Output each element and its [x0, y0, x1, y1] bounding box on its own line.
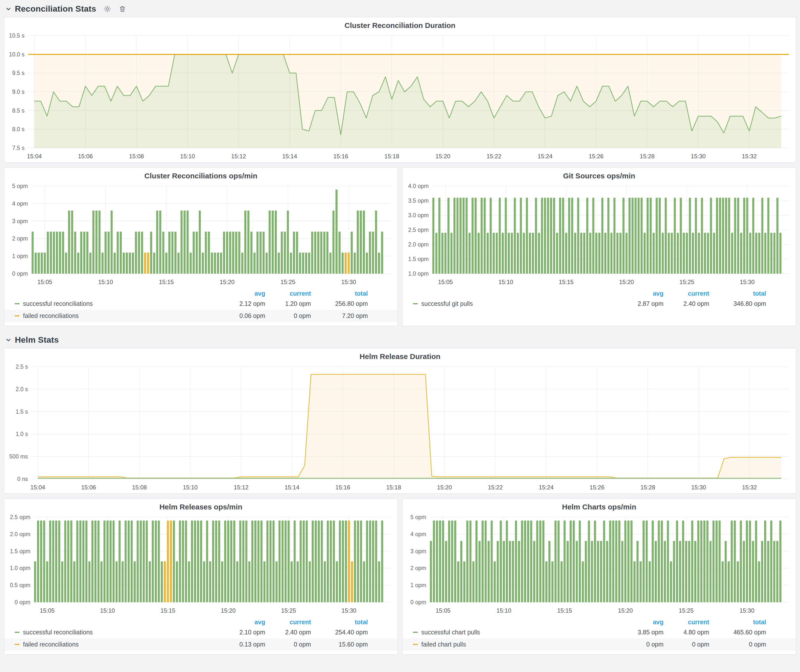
x-axis-label: 15:16	[333, 153, 348, 160]
legend-value-total: 346.80 opm	[709, 300, 766, 307]
trash-icon[interactable]	[118, 5, 126, 13]
legend-header-avg[interactable]: avg	[219, 619, 265, 626]
panel-title[interactable]: Helm Release Duration	[4, 348, 796, 362]
legend-series-label[interactable]: successful reconciliations	[14, 629, 219, 636]
legend-value-avg: 3.85 opm	[618, 629, 664, 636]
x-axis-label: 15:30	[341, 278, 356, 285]
x-axis-label: 15:25	[680, 278, 694, 285]
legend-value-avg: 0.06 opm	[219, 312, 265, 319]
legend-header-total[interactable]: total	[709, 290, 766, 297]
chart-canvas[interactable]: 0 opm1 opm2 opm3 opm4 opm5 opm15:0515:10…	[402, 513, 796, 617]
dashboard: Reconciliation Stats Cluster Reconciliat…	[0, 0, 800, 655]
helm-charts-opm-chart[interactable]: 0 opm1 opm2 opm3 opm4 opm5 opm15:0515:10…	[402, 513, 796, 617]
legend-header-row: avgcurrenttotal	[4, 290, 398, 298]
legend-series-label[interactable]: failed reconciliations	[14, 312, 219, 319]
y-axis-label: 2.5 opm	[408, 227, 429, 233]
panel-title[interactable]: Helm Charts ops/min	[402, 499, 796, 513]
x-axis-label: 15:05	[37, 278, 52, 285]
legend-header-avg[interactable]: avg	[618, 290, 664, 297]
chevron-down-icon	[5, 6, 11, 12]
helm-releases-legend: avgcurrenttotalsuccessful reconciliation…	[4, 617, 398, 654]
x-axis-label: 15:30	[691, 153, 706, 160]
legend-value-avg: 2.87 opm	[618, 300, 664, 307]
legend-header-total[interactable]: total	[709, 619, 766, 626]
y-axis-label: 8.5 s	[12, 107, 24, 114]
panel-title[interactable]: Git Sources ops/min	[402, 168, 796, 182]
panel-helm-charts-opm: Helm Charts ops/min 0 opm1 opm2 opm3 opm…	[402, 499, 796, 655]
legend-header-avg[interactable]: avg	[618, 619, 664, 626]
panel-git-sources-opm: Git Sources ops/min 1.0 opm1.5 opm2.0 op…	[402, 168, 796, 326]
legend-row: successful chart pulls3.85 opm4.80 opm46…	[402, 626, 796, 638]
section-header-helm-stats[interactable]: Helm Stats	[0, 331, 800, 348]
helm-release-duration-chart[interactable]: 0 ns500 ms1.0 s1.5 s2.0 s2.5 s15:0415:06…	[4, 362, 796, 493]
x-axis-label: 15:32	[742, 484, 757, 491]
legend-header-current[interactable]: current	[265, 290, 311, 297]
y-axis-label: 0 opm	[410, 599, 426, 605]
legend-value-current: 4.80 opm	[664, 629, 709, 636]
y-axis-label: 2.5 s	[16, 363, 28, 370]
chart-canvas[interactable]: 0 ns500 ms1.0 s1.5 s2.0 s2.5 s15:0415:06…	[4, 362, 796, 493]
legend-header-row: avgcurrenttotal	[402, 618, 796, 626]
x-axis-label: 15:15	[160, 607, 175, 614]
legend-row: successful git pulls2.87 opm2.40 opm346.…	[402, 298, 796, 310]
legend-row: failed reconciliations0.13 opm0 opm15.60…	[4, 638, 398, 650]
legend-row: failed reconciliations0.06 opm0 opm7.20 …	[4, 310, 398, 322]
y-axis-label: 3 opm	[12, 218, 28, 224]
legend-series-label[interactable]: successful chart pulls	[413, 629, 618, 636]
legend-row: failed chart pulls0 opm0 opm0 opm	[402, 638, 796, 650]
section-header-reconciliation-stats[interactable]: Reconciliation Stats	[0, 0, 800, 17]
x-axis-label: 15:14	[282, 153, 297, 160]
y-axis-label: 3.5 opm	[408, 197, 429, 204]
x-axis-label: 15:28	[640, 153, 654, 160]
chart-canvas[interactable]: 0 opm1 opm2 opm3 opm4 opm5 opm15:0515:10…	[4, 182, 398, 288]
panel-cluster-reconciliation-duration: Cluster Reconciliation Duration 7.5 s8.0…	[4, 17, 796, 163]
legend-value-current: 1.20 opm	[265, 300, 311, 307]
y-axis-label: 1.0 s	[16, 431, 28, 437]
legend-series-label[interactable]: successful reconciliations	[14, 300, 219, 307]
reconciliation-panels-row: Cluster Reconciliations ops/min 0 opm1 o…	[4, 168, 796, 326]
y-axis-label: 500 ms	[10, 453, 28, 460]
legend-series-swatch-icon	[413, 644, 418, 645]
helm-releases-opm-chart[interactable]: 0 opm0.5 opm1.0 opm1.5 opm2.0 opm2.5 opm…	[4, 513, 398, 617]
legend-header-total[interactable]: total	[311, 619, 368, 626]
legend-series-name: failed reconciliations	[23, 641, 78, 648]
y-axis-label: 5 opm	[410, 514, 426, 520]
y-axis-label: 2.0 opm	[10, 531, 30, 538]
x-axis-label: 15:12	[234, 484, 249, 491]
legend-header-current[interactable]: current	[664, 290, 709, 297]
y-axis-label: 1.5 opm	[408, 256, 429, 262]
helm-charts-legend: avgcurrenttotalsuccessful chart pulls3.8…	[402, 617, 796, 654]
git-sources-legend: avgcurrenttotalsuccessful git pulls2.87 …	[402, 288, 796, 314]
chart-canvas[interactable]: 7.5 s8.0 s8.5 s9.0 s9.5 s10.0 s10.5 s15:…	[4, 31, 796, 162]
legend-header-current[interactable]: current	[664, 619, 709, 626]
legend-series-swatch-icon	[14, 632, 19, 633]
chart-canvas[interactable]: 1.0 opm1.5 opm2.0 opm2.5 opm3.0 opm3.5 o…	[402, 182, 796, 288]
legend-value-avg: 2.10 opm	[219, 629, 265, 636]
cluster-reconciliations-opm-chart[interactable]: 0 opm1 opm2 opm3 opm4 opm5 opm15:0515:10…	[4, 182, 398, 288]
git-sources-opm-chart[interactable]: 1.0 opm1.5 opm2.0 opm2.5 opm3.0 opm3.5 o…	[402, 182, 796, 288]
legend-header-avg[interactable]: avg	[219, 290, 265, 297]
cluster-reconciliation-duration-chart[interactable]: 7.5 s8.0 s8.5 s9.0 s9.5 s10.0 s10.5 s15:…	[4, 31, 796, 162]
cluster-reconciliations-legend: avgcurrenttotalsuccessful reconciliation…	[4, 288, 398, 326]
legend-series-label[interactable]: successful git pulls	[413, 300, 618, 307]
x-axis-label: 15:22	[488, 484, 502, 491]
panel-title[interactable]: Cluster Reconciliations ops/min	[4, 168, 398, 182]
gear-icon[interactable]	[103, 5, 112, 13]
legend-series-label[interactable]: failed reconciliations	[14, 641, 219, 648]
y-axis-label: 1.0 opm	[408, 270, 429, 277]
chart-canvas[interactable]: 0 opm0.5 opm1.0 opm1.5 opm2.0 opm2.5 opm…	[4, 513, 398, 617]
panel-helm-releases-opm: Helm Releases ops/min 0 opm0.5 opm1.0 op…	[4, 499, 398, 655]
y-axis-label: 2 opm	[410, 565, 426, 571]
x-axis-label: 15:24	[539, 484, 554, 491]
legend-series-label[interactable]: failed chart pulls	[413, 641, 618, 648]
x-axis-label: 15:20	[220, 278, 235, 285]
legend-value-avg: 0.13 opm	[219, 641, 265, 648]
x-axis-label: 15:30	[739, 607, 754, 614]
panel-title[interactable]: Helm Releases ops/min	[4, 499, 398, 513]
x-axis-label: 15:14	[285, 484, 299, 491]
panel-title[interactable]: Cluster Reconciliation Duration	[4, 17, 796, 31]
x-axis-label: 15:18	[386, 484, 401, 491]
legend-value-avg: 2.12 opm	[219, 300, 265, 307]
legend-header-total[interactable]: total	[311, 290, 368, 297]
legend-header-current[interactable]: current	[265, 619, 311, 626]
